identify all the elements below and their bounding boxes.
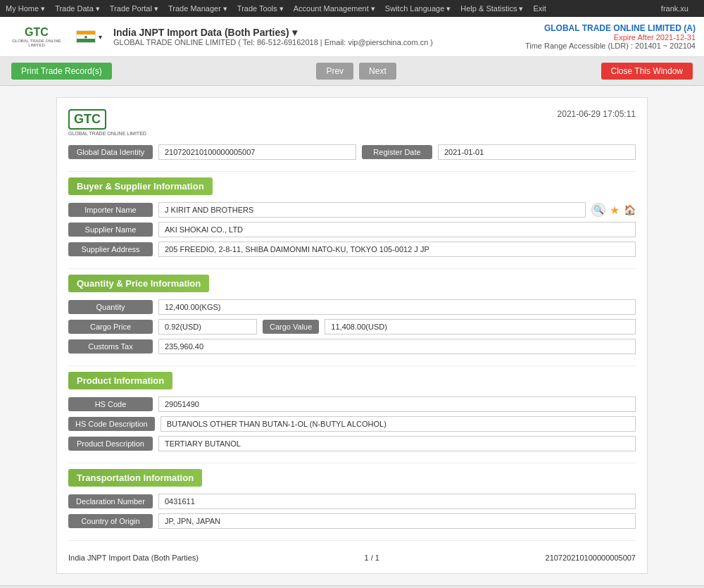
register-date-label: Register Date (362, 145, 432, 159)
top-toolbar: Print Trade Record(s) Prev Next Close Th… (0, 57, 704, 86)
company-name: GLOBAL TRADE ONLINE LIMITED (A) (525, 23, 696, 33)
quantity-price-section: Quantity & Price Information Quantity 12… (68, 275, 636, 354)
supplier-value: AKI SHOKAI CO., LTD (158, 222, 636, 237)
quantity-value: 12,400.00(KGS) (158, 299, 636, 315)
product-desc-value: TERTIARY BUTANOL (158, 436, 636, 451)
logo: GTC GLOBAL TRADE ONLINE LIMITED (8, 21, 65, 52)
hs-code-row: HS Code 29051490 (68, 396, 636, 412)
card-logo: GTC GLOBAL TRADE ONLINE LIMITED (68, 109, 146, 136)
country-row: Country of Origin JP, JPN, JAPAN (68, 513, 636, 529)
supplier-row: Supplier Name AKI SHOKAI CO., LTD (68, 222, 636, 237)
search-icon[interactable]: 🔍 (591, 203, 605, 217)
flag-area[interactable]: ▾ (76, 30, 102, 43)
nav-myhome[interactable]: My Home ▾ (6, 4, 45, 13)
card-date: 2021-06-29 17:05:11 (558, 109, 636, 119)
cargo-price-row: Cargo Price 0.92(USD) Cargo Value 11,408… (68, 319, 636, 334)
supplier-address-row: Supplier Address 205 FREEDIO, 2-8-11, SH… (68, 242, 636, 257)
quantity-price-header: Quantity & Price Information (68, 275, 209, 292)
product-header: Product Information (68, 372, 172, 389)
country-value: JP, JPN, JAPAN (158, 513, 636, 529)
product-section: Product Information HS Code 29051490 HS … (68, 372, 636, 451)
nav-trademanager[interactable]: Trade Manager ▾ (168, 4, 227, 13)
cargo-value-value: 11,408.00(USD) (325, 319, 636, 334)
header-right: GLOBAL TRADE ONLINE LIMITED (A) Expire A… (525, 23, 696, 50)
card-header: GTC GLOBAL TRADE ONLINE LIMITED 2021-06-… (68, 109, 636, 136)
customs-tax-label: Customs Tax (68, 339, 153, 354)
importer-label: Importer Name (68, 203, 153, 217)
card-footer-center: 1 / 1 (365, 553, 379, 562)
hs-code-label: HS Code (68, 397, 153, 411)
transportation-header: Transportation Information (68, 469, 202, 487)
logo-area: GTC GLOBAL TRADE ONLINE LIMITED (8, 21, 65, 52)
card-footer-right: 210720210100000005007 (546, 553, 636, 562)
hs-code-desc-row: HS Code Description BUTANOLS OTHER THAN … (68, 416, 636, 432)
logo-sub: GLOBAL TRADE ONLINE LIMITED (8, 39, 65, 47)
buyer-supplier-section: Buyer & Supplier Information Importer Na… (68, 177, 636, 257)
country-label: Country of Origin (68, 514, 153, 528)
card-logo-text: GTC (74, 112, 101, 126)
main-content: GTC GLOBAL TRADE ONLINE LIMITED 2021-06-… (0, 86, 704, 585)
prev-button-top[interactable]: Prev (316, 63, 353, 80)
identity-row: Global Data Identity 2107202101000000050… (68, 144, 636, 160)
buyer-supplier-header: Buyer & Supplier Information (68, 177, 213, 195)
card-footer: India JNPT Import Data (Both Parties) 1 … (68, 546, 636, 562)
next-button-top[interactable]: Next (359, 63, 396, 80)
current-user: frank.xu (661, 4, 689, 13)
customs-tax-value: 235,960.40 (158, 339, 636, 354)
card-footer-left: India JNPT Import Data (Both Parties) (68, 553, 199, 562)
supplier-label: Supplier Name (68, 223, 153, 237)
nav-tradedata[interactable]: Trade Data ▾ (55, 4, 100, 13)
declaration-value: 0431611 (158, 494, 636, 509)
ldr-info: Time Range Accessible (LDR) : 201401 ~ 2… (525, 42, 696, 50)
declaration-row: Declaration Number 0431611 (68, 494, 636, 509)
cargo-price-label: Cargo Price (68, 320, 153, 334)
declaration-label: Declaration Number (68, 494, 153, 508)
quantity-label: Quantity (68, 300, 153, 314)
importer-value: J KIRIT AND BROTHERS (158, 202, 586, 218)
star-icon[interactable]: ★ (610, 204, 620, 217)
home-icon[interactable]: 🏠 (624, 204, 636, 215)
nav-switchlang[interactable]: Switch Language ▾ (385, 4, 451, 13)
flag-dropdown[interactable]: ▾ (99, 33, 102, 41)
nav-accountmgmt[interactable]: Account Management ▾ (294, 4, 375, 13)
header-subtitle: GLOBAL TRADE ONLINE LIMITED ( Tel: 86-51… (113, 38, 525, 46)
print-button-top[interactable]: Print Trade Record(s) (11, 63, 112, 80)
nav-helpstats[interactable]: Help & Statistics ▾ (460, 4, 523, 13)
customs-tax-row: Customs Tax 235,960.40 (68, 339, 636, 354)
product-desc-label: Product Description (68, 437, 153, 451)
header-title-area: India JNPT Import Data (Both Parties) ▾ … (113, 27, 525, 46)
global-data-identity-label: Global Data Identity (68, 145, 153, 159)
hs-code-value: 29051490 (158, 396, 636, 412)
cargo-price-value: 0.92(USD) (158, 319, 257, 334)
supplier-address-value: 205 FREEDIO, 2-8-11, SHIBA DAIMONMI NATO… (158, 242, 636, 257)
expire-info: Expire After 2021-12-31 (525, 33, 696, 42)
card-logo-sub: GLOBAL TRADE ONLINE LIMITED (68, 131, 146, 136)
importer-icons: 🔍 ★ 🏠 (591, 203, 636, 217)
nav-tradetools[interactable]: Trade Tools ▾ (237, 4, 284, 13)
logo-text: GTC (25, 26, 49, 39)
india-flag (76, 30, 96, 43)
cargo-value-label: Cargo Value (263, 320, 319, 334)
page-header: GTC GLOBAL TRADE ONLINE LIMITED ▾ India … (0, 17, 704, 57)
register-date-value: 2021-01-01 (438, 144, 636, 160)
supplier-address-label: Supplier Address (68, 242, 153, 256)
nav-exit[interactable]: Exit (533, 4, 546, 13)
transportation-section: Transportation Information Declaration N… (68, 469, 636, 529)
nav-tradeportal[interactable]: Trade Portal ▾ (110, 4, 158, 13)
page-title: India JNPT Import Data (Both Parties) ▾ (113, 27, 525, 38)
trade-record-card: GTC GLOBAL TRADE ONLINE LIMITED 2021-06-… (56, 97, 648, 574)
hs-code-desc-value: BUTANOLS OTHER THAN BUTAN-1-OL (N-BUTYL … (161, 416, 636, 432)
global-data-identity-value: 210720210100000005007 (158, 144, 356, 160)
quantity-row: Quantity 12,400.00(KGS) (68, 299, 636, 315)
product-desc-row: Product Description TERTIARY BUTANOL (68, 436, 636, 451)
importer-row: Importer Name J KIRIT AND BROTHERS 🔍 ★ 🏠 (68, 202, 636, 218)
top-navigation: My Home ▾ Trade Data ▾ Trade Portal ▾ Tr… (0, 0, 704, 17)
bottom-toolbar: Print Trade Record(s) Prev Next Close Th… (0, 585, 704, 588)
close-button-top[interactable]: Close This Window (601, 63, 693, 80)
hs-code-desc-label: HS Code Description (68, 417, 155, 431)
